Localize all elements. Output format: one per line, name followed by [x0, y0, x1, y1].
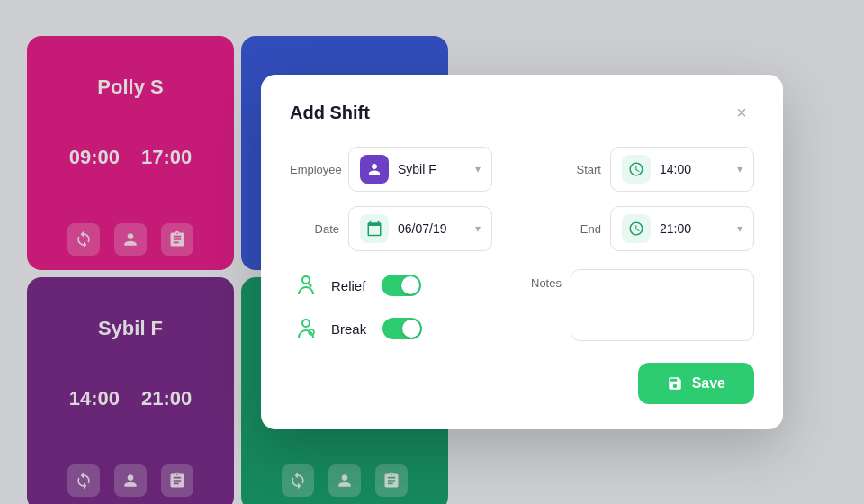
- employee-icon: [360, 155, 389, 184]
- close-button[interactable]: ×: [729, 100, 754, 125]
- end-chevron-icon: ▾: [737, 222, 742, 235]
- notes-input[interactable]: [571, 269, 754, 341]
- date-dropdown[interactable]: 06/07/19 ▾: [348, 206, 492, 251]
- break-option: Break: [290, 312, 513, 345]
- save-button[interactable]: Save: [638, 363, 754, 404]
- relief-label: Relief: [331, 278, 365, 293]
- modal-footer: Save: [290, 363, 754, 404]
- modal-header: Add Shift ×: [290, 100, 754, 125]
- employee-value: Sybil F: [398, 162, 466, 176]
- notes-label: Notes: [531, 269, 562, 290]
- date-value: 06/07/19: [398, 221, 466, 236]
- relief-icon: [290, 269, 322, 302]
- end-dropdown[interactable]: 21:00 ▾: [610, 206, 754, 251]
- start-label: Start: [552, 163, 601, 176]
- svg-point-0: [302, 276, 310, 284]
- bottom-section: Relief Break: [290, 269, 754, 345]
- employee-chevron-icon: ▾: [475, 163, 481, 176]
- relief-toggle[interactable]: [382, 274, 421, 296]
- relief-option: Relief: [290, 269, 513, 302]
- modal-overlay: Add Shift × Employee Sybil F ▾ Start: [0, 0, 864, 504]
- save-button-label: Save: [692, 375, 725, 392]
- start-chevron-icon: ▾: [737, 163, 742, 176]
- break-label: Break: [331, 321, 366, 337]
- end-clock-icon: [622, 214, 651, 243]
- svg-point-1: [302, 320, 310, 327]
- employee-label: Employee: [290, 163, 339, 176]
- calendar-icon: [360, 214, 389, 243]
- modal-title: Add Shift: [290, 103, 370, 123]
- add-shift-modal: Add Shift × Employee Sybil F ▾ Start: [261, 75, 783, 429]
- notes-column: Notes: [531, 269, 754, 341]
- break-icon: [290, 312, 322, 345]
- employee-dropdown[interactable]: Sybil F ▾: [348, 147, 492, 192]
- toggles-column: Relief Break: [290, 269, 513, 345]
- break-toggle[interactable]: [382, 318, 422, 339]
- start-value: 14:00: [660, 162, 728, 176]
- start-clock-icon: [622, 155, 651, 184]
- end-value: 21:00: [660, 221, 728, 236]
- date-chevron-icon: ▾: [475, 222, 481, 235]
- end-label: End: [552, 222, 601, 236]
- start-dropdown[interactable]: 14:00 ▾: [610, 147, 754, 192]
- date-label: Date: [290, 222, 339, 236]
